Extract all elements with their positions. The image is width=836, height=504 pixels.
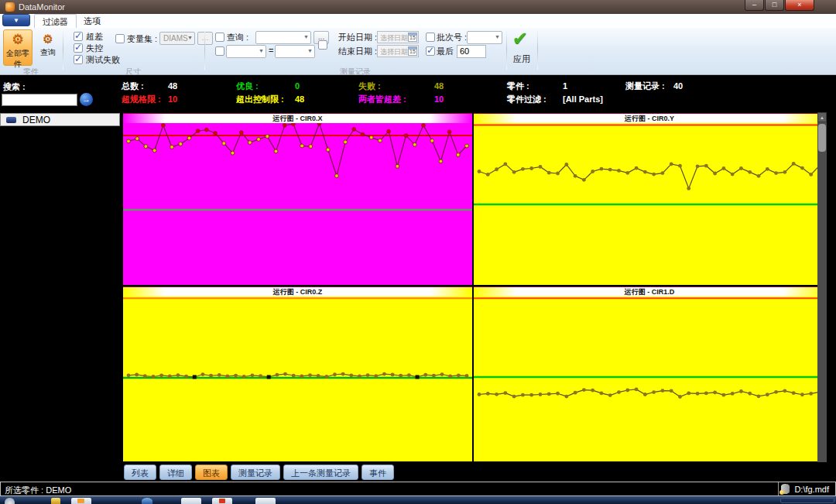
data-point [196,129,200,133]
taskbar-icon[interactable] [181,498,201,504]
data-point [564,163,568,166]
field-select[interactable]: ▼ [226,45,266,58]
tab-detail[interactable]: 详细 [159,465,192,480]
test-failed-checkbox[interactable] [74,55,83,64]
data-point [617,169,621,173]
variable-set-checkbox[interactable] [115,34,125,43]
window-title: DataMonitor [19,2,65,12]
data-point [416,375,420,379]
data-point [250,373,254,377]
data-point [391,373,395,377]
date-range-checkbox[interactable] [318,40,327,50]
data-point [257,138,261,142]
taskbar-icon[interactable] [142,498,152,504]
data-point [465,144,469,148]
last-count-input[interactable]: 60 [457,45,486,58]
data-point [135,373,139,377]
data-point [275,373,279,377]
last-checkbox[interactable] [426,46,435,56]
variable-set-browse-button[interactable]: ... [197,32,213,45]
tab-filter[interactable]: 过滤器 [34,14,77,28]
data-point [625,171,629,175]
search-input[interactable] [2,94,77,106]
all-parts-button[interactable]: ⚙ 全部零件 [3,29,33,66]
out-of-spec-checkbox[interactable] [74,32,83,41]
taskbar-icon[interactable] [51,498,60,504]
data-point [774,171,778,175]
scroll-up-icon[interactable]: ▲ [817,112,827,122]
query-select[interactable]: ▼ [255,31,311,44]
stat-column: 零件 :1零件过滤 :[All Parts] [507,81,603,107]
tab-previous-measurement[interactable]: 上一条测量记录 [283,465,358,480]
field-filter-checkbox[interactable] [215,46,224,56]
minimize-button[interactable]: – [745,0,764,11]
data-point [704,391,708,395]
taskbar-icon[interactable] [212,498,232,504]
variable-set-select[interactable]: DIAMS ▼ [159,32,195,45]
search-label: 搜索 : [3,81,26,93]
data-point [721,166,725,170]
list-item-demo[interactable]: DEMO [0,113,120,126]
vertical-scrollbar[interactable]: ▲ [817,112,827,462]
data-point [218,373,221,377]
batch-select[interactable]: ▼ [467,31,502,44]
query-parts-button[interactable]: ⚙ 查询 [36,29,60,66]
data-point [661,171,665,175]
stat-label: 零件过滤 : [507,94,563,105]
run-chart-cir0y[interactable]: 运行图 - CIR0.Y [474,113,825,285]
view-tab-bar: 列表详细图表测量记录上一条测量记录事件 [0,462,836,482]
value-select[interactable]: ▼ [275,45,315,58]
scrollbar-thumb[interactable] [818,124,826,152]
end-date-input[interactable]: 选择日期 15 [377,45,419,57]
data-point [696,392,700,396]
data-point [457,373,461,377]
calendar-icon[interactable]: 15 [408,33,417,42]
start-date-input[interactable]: 选择日期 15 [377,31,419,43]
apply-button[interactable]: 应用 [513,53,530,65]
data-point [326,148,330,152]
data-point [274,149,278,153]
data-point [670,389,673,393]
taskbar-icon[interactable] [255,498,276,504]
data-point [617,390,621,394]
close-button[interactable]: × [785,0,814,11]
calendar-icon[interactable]: 15 [408,46,417,56]
stat-label: 优良 : [236,81,295,92]
data-point [422,124,426,128]
run-chart-cir1d[interactable]: 运行图 - CIR1.D [474,286,825,461]
tab-events[interactable]: 事件 [361,465,394,480]
tab-list[interactable]: 列表 [124,465,156,480]
data-point [608,393,612,397]
taskbar-icon[interactable] [71,498,91,504]
run-chart-cir0x[interactable]: 运行图 - CIR0.X [123,113,472,285]
out-of-control-checkbox[interactable] [74,43,83,53]
data-point [413,142,416,146]
data-point [704,164,708,168]
data-point [283,124,286,128]
tab-options[interactable]: 选项 [76,14,108,28]
stats-bar: 搜索 : → 总数 :48超规格限 :10优良 :0超出控制限 :48失败 :4… [0,75,836,112]
app-icon [5,2,15,12]
tab-measurements[interactable]: 测量记录 [231,465,280,480]
app-menu-button[interactable]: ▼ [2,14,30,26]
data-point [432,374,436,378]
stat-value: 48 [168,81,177,91]
batch-checkbox[interactable] [426,33,435,42]
data-point [352,128,356,132]
maximize-button[interactable]: □ [765,0,784,11]
tab-chart[interactable]: 图表 [195,465,228,480]
search-go-button[interactable]: → [80,93,93,106]
data-point [478,393,481,396]
stat-label: 测量记录 : [625,81,673,92]
data-point [591,389,594,393]
database-indicator: D:\fg.mdf [778,482,834,495]
data-point [678,395,682,399]
run-chart-cir0z[interactable]: 运行图 - CIR0.Z [123,286,472,461]
data-point [591,170,594,173]
data-point [447,130,451,134]
data-point [512,395,516,399]
query-checkbox[interactable] [215,33,224,42]
start-button[interactable] [5,498,15,504]
status-bar: 所选零件 : DEMO D:\fg.mdf [0,482,836,496]
data-point [309,145,313,149]
